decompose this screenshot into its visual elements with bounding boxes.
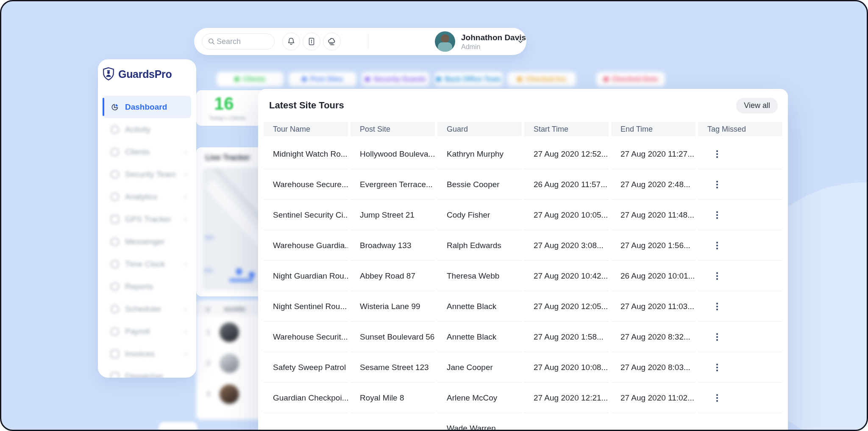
cell-end-time: 27 Aug 2020 11:27... bbox=[611, 139, 696, 169]
tab-security-guards[interactable]: Security Guards bbox=[362, 72, 429, 86]
sidebar-item-dispatcher[interactable]: Dispatcher bbox=[103, 365, 191, 378]
row-actions-menu-icon[interactable] bbox=[711, 239, 723, 252]
notifications-button[interactable] bbox=[282, 33, 300, 50]
document-info-icon bbox=[307, 37, 316, 46]
cell-tour-name: Safety Sweep Patrol bbox=[264, 352, 348, 383]
row-actions-menu-icon[interactable] bbox=[711, 361, 723, 374]
column-header-guard: Guard bbox=[437, 122, 522, 136]
scheduler-icon bbox=[111, 305, 119, 313]
sidebar-item-label: Security Team bbox=[125, 170, 176, 179]
weather-button[interactable] bbox=[323, 33, 341, 50]
payroll-icon bbox=[111, 327, 119, 336]
post-sites-icon bbox=[302, 77, 307, 82]
row-actions-menu-icon[interactable] bbox=[711, 392, 723, 404]
tab-label: Checked-Outs bbox=[612, 75, 658, 83]
sidebar-item-activity[interactable]: Activity bbox=[103, 118, 191, 141]
tab-clients[interactable]: Clients bbox=[217, 72, 284, 86]
back-office-icon bbox=[436, 77, 441, 82]
cell-tour-name: Warehouse Securit... bbox=[264, 322, 348, 352]
sidebar-item-reports[interactable]: Reports bbox=[103, 275, 191, 298]
map-pin-icon[interactable] bbox=[235, 267, 243, 276]
search-field[interactable] bbox=[202, 33, 275, 50]
user-menu-toggle[interactable] bbox=[517, 38, 524, 47]
security-guards-icon bbox=[365, 77, 370, 82]
invoices-icon bbox=[111, 350, 119, 358]
row-actions-menu-icon[interactable] bbox=[711, 178, 723, 191]
guard-col-num: # bbox=[206, 306, 210, 312]
tab-checked-outs[interactable]: Checked-Outs bbox=[596, 72, 665, 86]
sidebar-item-label: Scheduler bbox=[125, 304, 161, 314]
tab-label: Security Guards bbox=[373, 75, 426, 83]
row-actions-menu-icon[interactable] bbox=[711, 270, 723, 282]
user-avatar[interactable] bbox=[435, 31, 455, 52]
sidebar-item-analytics[interactable]: Analytics › bbox=[103, 185, 191, 208]
cell-tour-name: Night Sentinel Rou... bbox=[264, 291, 348, 322]
cell-end-time: 27 Aug 2020 11:03... bbox=[611, 291, 696, 322]
guard-avatar bbox=[220, 354, 239, 373]
chevron-right-icon: › bbox=[184, 148, 187, 156]
cell-guard: Annette Black bbox=[437, 322, 522, 352]
app-window: Clients Post Sites Security Guards Back … bbox=[0, 0, 868, 431]
search-input[interactable] bbox=[216, 37, 264, 47]
view-all-button[interactable]: View all bbox=[736, 98, 778, 113]
sidebar-item-clients[interactable]: Clients › bbox=[103, 141, 191, 163]
tab-back-office-team[interactable]: Back Office Team bbox=[434, 72, 503, 86]
sidebar-item-time-clock[interactable]: Time Clock › bbox=[103, 253, 191, 275]
row-actions-menu-icon[interactable] bbox=[711, 331, 723, 343]
chevron-right-icon: › bbox=[184, 350, 187, 358]
cell-guard: Kathryn Murphy bbox=[437, 139, 522, 169]
sidebar-item-messenger[interactable]: Messenger bbox=[103, 230, 191, 253]
time-clock-icon bbox=[111, 260, 119, 268]
cell-guard: Arlene McCoy bbox=[437, 383, 522, 413]
cell-end-time: 27 Aug 2020 11:48... bbox=[611, 200, 696, 230]
sidebar-item-gps-tracker[interactable]: GPS Tracker › bbox=[103, 208, 191, 230]
table-body: Midnight Watch Ro... Hollywood Bouleva..… bbox=[258, 139, 788, 431]
app-logo-text: GuardsPro bbox=[118, 68, 172, 80]
chevron-right-icon: › bbox=[184, 305, 187, 313]
sidebar-item-label: Activity bbox=[125, 125, 150, 134]
chevron-right-icon: › bbox=[184, 215, 187, 224]
chevron-right-icon: › bbox=[184, 260, 187, 268]
tab-label: Clients bbox=[243, 75, 265, 83]
sidebar-item-label: Analytics bbox=[125, 192, 157, 202]
cell-post-site: Royal Mile 8 bbox=[351, 383, 435, 413]
cell-start-time: 27 Aug 2020 12:52... bbox=[524, 139, 609, 169]
sidebar-item-payroll[interactable]: Payroll › bbox=[103, 320, 191, 343]
clients-icon bbox=[111, 148, 119, 156]
map-pin-icon[interactable] bbox=[248, 271, 256, 279]
background-card-edge bbox=[159, 422, 197, 431]
sidebar-item-invoices[interactable]: Invoices › bbox=[103, 343, 191, 365]
topbar: Johnathon Davis Admin bbox=[194, 28, 526, 55]
table-row: Warehouse Securit... Sunset Boulevard 56… bbox=[258, 322, 788, 352]
cell-guard: Wade Warren bbox=[437, 413, 522, 431]
cell-post-site: Sesame Street 123 bbox=[351, 352, 435, 383]
cell-start-time: 27 Aug 2020 10:08... bbox=[524, 352, 609, 383]
sidebar-item-dashboard[interactable]: Dashboard bbox=[103, 96, 191, 118]
sidebar-item-security-team[interactable]: Security Team › bbox=[103, 163, 191, 185]
cell-post-site: Jump Street 21 bbox=[351, 200, 435, 230]
guard-row-num: 3 bbox=[206, 390, 210, 398]
cell-start-time: 26 Aug 2020 11:57... bbox=[524, 169, 609, 200]
tab-checked-ins[interactable]: Checked-Ins bbox=[507, 72, 576, 86]
panel-title: Latest Site Tours bbox=[269, 100, 344, 111]
row-actions-menu-icon[interactable] bbox=[711, 209, 723, 221]
sidebar-item-scheduler[interactable]: Scheduler › bbox=[103, 298, 191, 320]
cell-tour-name: Warehouse Guardia... bbox=[264, 230, 348, 261]
row-actions-menu-icon[interactable] bbox=[711, 300, 723, 313]
cell-end-time: 27 Aug 2020 2:48... bbox=[611, 169, 696, 200]
guard-avatar bbox=[220, 323, 239, 342]
live-tracker-title: Live Tracker bbox=[206, 153, 250, 162]
topbar-divider bbox=[368, 33, 368, 50]
cell-guard: Jane Cooper bbox=[437, 352, 522, 383]
search-icon bbox=[207, 37, 216, 46]
cell-guard: Annette Black bbox=[437, 291, 522, 322]
tab-post-sites[interactable]: Post Sites bbox=[289, 72, 356, 86]
cell-end-time: 27 Aug 2020 8:03... bbox=[611, 352, 696, 383]
reports-button[interactable] bbox=[303, 33, 320, 50]
row-actions-menu-icon[interactable] bbox=[711, 148, 723, 160]
tab-label: Back Office Team bbox=[445, 75, 501, 83]
sidebar: GuardsPro Dashboard Activity Clients › S… bbox=[98, 59, 196, 378]
table-row: Guardian Checkpoi... Royal Mile 8 Arlene… bbox=[258, 383, 788, 413]
guardspro-shield-icon bbox=[102, 67, 115, 81]
guard-row-num: 2 bbox=[206, 359, 210, 367]
